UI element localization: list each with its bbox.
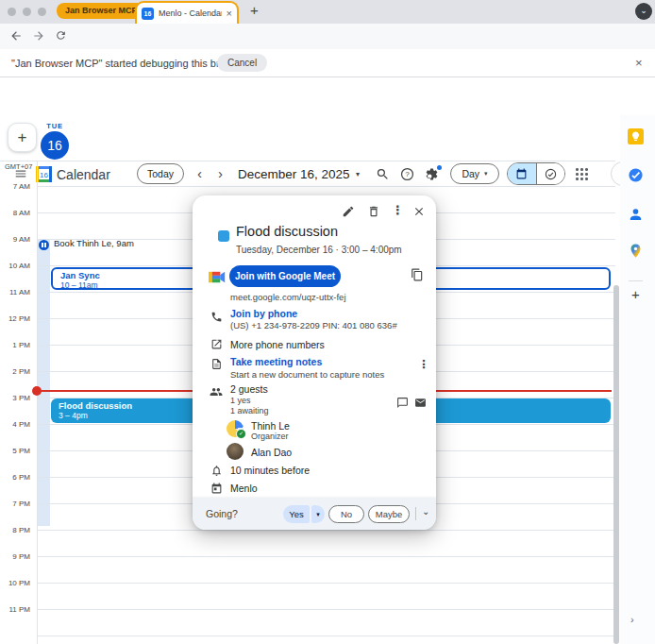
prev-day-button[interactable]: ‹: [197, 165, 202, 181]
rsvp-no-button[interactable]: No: [328, 505, 364, 523]
tasks-view-toggle[interactable]: [536, 163, 565, 184]
hour-label: 12 PM: [0, 314, 30, 323]
cancel-debug-button[interactable]: Cancel: [217, 54, 267, 72]
rsvp-more-options-icon[interactable]: ⌄: [422, 506, 429, 517]
debug-infobar: "Jan Browser MCP" started debugging this…: [0, 49, 655, 77]
phone-details: (US) +1 234-978-2209 PIN: 401 080 636#: [230, 320, 397, 330]
hour-gridline: [37, 609, 615, 610]
window-zoom-button[interactable]: [38, 8, 46, 16]
working-hours-strip: [38, 239, 50, 526]
event-options-icon[interactable]: ⋮: [392, 203, 404, 217]
vertical-scrollbar[interactable]: [613, 285, 619, 644]
take-meeting-notes-link[interactable]: Take meeting notes: [230, 356, 322, 367]
hour-label: 11 AM: [0, 288, 30, 297]
edit-event-icon[interactable]: [342, 205, 355, 218]
next-day-button[interactable]: ›: [218, 165, 223, 181]
tab-group-label[interactable]: Jan Browser MCP: [57, 3, 146, 19]
hour-label: 3 PM: [0, 394, 30, 402]
day-number-badge[interactable]: 16: [41, 131, 69, 160]
calendar-view-toggle[interactable]: [508, 163, 536, 184]
browser-tabstrip: Jan Browser MCP 16 Menlo - Calendar - Tu…: [0, 0, 655, 24]
guest-name: Thinh Le: [251, 420, 290, 432]
hour-gridline: [37, 530, 615, 531]
view-selector-button[interactable]: Day ▾: [450, 163, 499, 184]
rsvp-footer: Going? Yes ▾ No Maybe ⌄: [193, 498, 436, 530]
help-icon[interactable]: ?: [400, 167, 414, 181]
calendar-toggle-icon: [515, 168, 528, 180]
today-button[interactable]: Today: [137, 163, 184, 184]
close-popup-icon[interactable]: [412, 205, 426, 218]
get-addons-button[interactable]: +: [628, 286, 644, 302]
popup-event-title: Flood discussion: [236, 224, 338, 239]
hour-label: 6 PM: [0, 473, 30, 482]
going-label: Going?: [206, 508, 238, 519]
tab-title: Menlo - Calendar - Tuesday,: [159, 8, 222, 18]
header-gridline: [0, 161, 615, 161]
app-name: Calendar: [57, 167, 110, 182]
infobar-close-icon[interactable]: ×: [635, 56, 643, 70]
maps-icon[interactable]: [628, 243, 644, 259]
search-icon[interactable]: [376, 167, 390, 181]
guests-yes-count: 1 yes: [230, 396, 251, 405]
guest-avatar-alan-dao: [227, 443, 244, 460]
guests-count: 2 guests: [230, 383, 268, 395]
footer-separator: [415, 507, 416, 520]
join-by-phone-link[interactable]: Join by phone: [230, 308, 297, 319]
day-abbreviation: TUE: [41, 122, 69, 130]
svg-text:16: 16: [40, 171, 48, 179]
phone-icon: [210, 311, 223, 323]
event-details-popup: ⋮ Flood discussion Tuesday, December 16 …: [193, 195, 436, 530]
more-phone-numbers-link[interactable]: More phone numbers: [230, 339, 325, 350]
hour-label: 2 PM: [0, 367, 30, 376]
guest-avatar-thinh-le: ✓: [227, 420, 244, 437]
notes-options-icon[interactable]: ⋮: [418, 358, 429, 371]
google-apps-grid-icon[interactable]: [576, 168, 588, 180]
back-icon[interactable]: [9, 29, 23, 42]
copy-link-icon[interactable]: [411, 268, 424, 281]
svg-text:?: ?: [405, 170, 410, 178]
contacts-icon[interactable]: [628, 206, 644, 222]
view-label: Day: [462, 168, 479, 179]
chat-guests-icon[interactable]: [396, 397, 409, 409]
forward-icon[interactable]: [32, 29, 45, 42]
active-tab[interactable]: 16 Menlo - Calendar - Tuesday, ×: [135, 1, 239, 24]
event-book-thinh-le[interactable]: Book Thinh Le, 9am: [54, 238, 134, 248]
keep-icon[interactable]: [628, 128, 644, 144]
infobar-message: "Jan Browser MCP" started debugging this…: [11, 49, 247, 77]
hour-gridline: [37, 583, 615, 584]
tabstrip-chevron-button[interactable]: ⌄: [635, 3, 652, 20]
date-caret-icon[interactable]: ▾: [356, 170, 360, 178]
reminder-text: 10 minutes before: [230, 465, 310, 476]
guests-icon: [210, 385, 223, 398]
hour-label: 8 PM: [0, 526, 30, 534]
appointment-schedule-icon: [39, 240, 49, 250]
settings-notification-dot: [437, 165, 442, 170]
calendar-tasks-toggle: [507, 162, 565, 185]
hour-label: 9 AM: [0, 235, 30, 244]
rsvp-yes-caret-button[interactable]: ▾: [311, 505, 325, 523]
hour-gridline: [37, 636, 615, 636]
tab-close-icon[interactable]: ×: [227, 8, 232, 19]
reload-icon[interactable]: [55, 29, 67, 42]
rsvp-maybe-button[interactable]: Maybe: [368, 505, 410, 523]
current-date-label[interactable]: December 16, 2025: [238, 167, 350, 181]
calendar-header: 16 Calendar Today ‹ › December 16, 2025 …: [0, 77, 655, 115]
calendar-logo-icon: 16: [36, 166, 52, 182]
delete-event-icon[interactable]: [367, 205, 380, 218]
create-event-button[interactable]: +: [8, 123, 37, 152]
collapse-panel-icon[interactable]: ›: [630, 614, 634, 625]
side-panel: [620, 115, 655, 644]
join-meet-button[interactable]: Join with Google Meet: [229, 265, 341, 287]
hour-label: 4 PM: [0, 420, 30, 429]
rsvp-yes-button[interactable]: Yes: [283, 505, 310, 523]
tasks-icon[interactable]: [628, 167, 644, 183]
calendar-name: Menlo: [230, 483, 258, 494]
hour-label: 10 AM: [0, 262, 30, 270]
window-minimize-button[interactable]: [23, 8, 31, 16]
email-guests-icon[interactable]: [414, 397, 427, 409]
tasks-toggle-icon: [545, 168, 557, 180]
hour-label: 7 PM: [0, 500, 30, 508]
new-tab-button[interactable]: +: [250, 2, 259, 18]
window-close-button[interactable]: [8, 8, 16, 16]
meeting-notes-icon: [210, 358, 223, 370]
